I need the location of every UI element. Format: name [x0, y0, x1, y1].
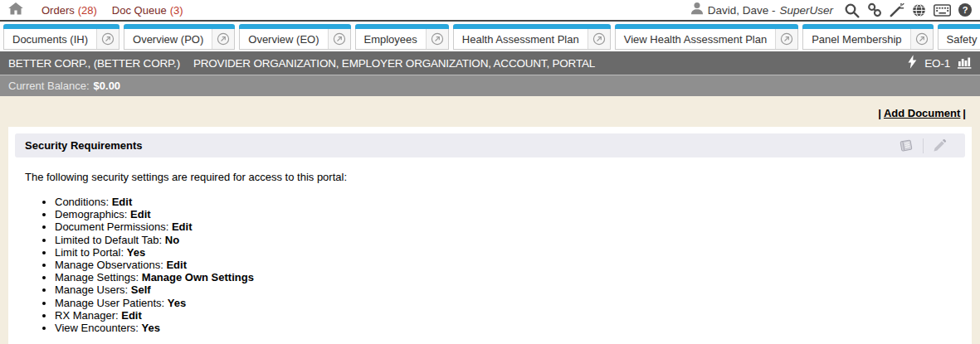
lightning-icon[interactable]	[908, 55, 917, 71]
tab-body[interactable]: Overview (EO)	[239, 29, 350, 50]
tab-body[interactable]: Panel Membership	[802, 29, 933, 50]
setting-label: Limit to Portal:	[55, 246, 124, 259]
top-nav-label: Doc Queue	[112, 4, 167, 17]
top-bar-right: David, Dave - SuperUser ?	[690, 2, 972, 18]
tab[interactable]: Safety Overview	[938, 24, 980, 50]
tab[interactable]: Overview (EO)	[239, 24, 350, 50]
setting-label: Limited to Default Tab:	[55, 234, 162, 246]
top-nav-count: (28)	[78, 4, 97, 17]
popout-arrow-icon[interactable]	[775, 29, 797, 49]
popout-arrow-icon[interactable]	[588, 29, 610, 49]
top-nav-link[interactable]: Doc Queue (3)	[112, 4, 183, 17]
top-nav: Orders (28) Doc Queue (3)	[41, 4, 183, 17]
setting-label: Demographics:	[55, 208, 127, 220]
tab-strip: Documents (IH) Overview (PO) Overview (E…	[0, 22, 980, 51]
security-settings-list: Conditions: Edit Demographics: Edit Docu…	[25, 196, 955, 334]
security-setting-item: Demographics: Edit	[55, 208, 955, 220]
setting-value: Edit	[166, 259, 187, 271]
security-setting-item: Document Permissions: Edit	[55, 220, 955, 233]
bar-chart-icon[interactable]	[958, 56, 972, 71]
home-icon	[8, 2, 23, 18]
tab-label: Health Assessment Plan	[454, 33, 588, 46]
panel-body: The following security settings are requ…	[15, 157, 965, 334]
setting-label: Manage Settings:	[55, 271, 139, 283]
popout-arrow-icon[interactable]	[212, 29, 234, 49]
search-icon[interactable]	[844, 2, 860, 18]
setting-label: Document Permissions:	[55, 220, 168, 233]
setting-value: Self	[131, 283, 151, 296]
setting-label: Manage User Patients:	[55, 297, 164, 309]
setting-value: Edit	[172, 220, 193, 233]
top-bar: Orders (28) Doc Queue (3) David, Dave - …	[0, 0, 980, 22]
tab-label: Documents (IH)	[4, 33, 96, 46]
top-nav-label: Orders	[41, 4, 75, 17]
edit-pencil-icon[interactable]	[923, 138, 955, 153]
org-bar-right: EO-1	[908, 55, 972, 71]
setting-label: Conditions:	[55, 196, 109, 208]
tab-body[interactable]: Employees	[355, 29, 449, 50]
panel-header-icons	[890, 133, 955, 157]
tab-body[interactable]: Health Assessment Plan	[453, 29, 611, 50]
chain-links-icon[interactable]	[867, 2, 882, 17]
panel-title: Security Requirements	[25, 139, 143, 152]
tab[interactable]: Panel Membership	[802, 24, 933, 50]
tab[interactable]: View Health Assessment Plan	[615, 24, 798, 50]
org-name: BETTER CORP., (BETTER CORP.)	[8, 57, 180, 70]
tab[interactable]: Health Assessment Plan	[453, 24, 611, 50]
setting-value: Edit	[130, 208, 151, 220]
tab[interactable]: Documents (IH)	[3, 24, 119, 50]
home-button[interactable]	[8, 2, 23, 18]
tab[interactable]: Overview (PO)	[124, 24, 235, 50]
setting-label: RX Manager:	[55, 309, 119, 322]
tab-label: Panel Membership	[803, 33, 909, 46]
security-setting-item: Manage Observations: Edit	[55, 259, 955, 271]
panel-intro-text: The following security settings are requ…	[25, 171, 955, 183]
security-setting-item: Limit to Portal: Yes	[55, 246, 955, 259]
globe-icon[interactable]	[912, 3, 926, 17]
security-setting-item: View Encounters: Yes	[55, 322, 955, 334]
separator: |	[963, 107, 966, 119]
org-types: PROVIDER ORGANIZATION, EMPLOYER ORGANIZA…	[193, 57, 595, 70]
popout-arrow-icon[interactable]	[426, 29, 448, 49]
popout-arrow-icon[interactable]	[96, 29, 119, 49]
tab-label: Employees	[356, 33, 426, 46]
balance-bar: Current Balance: $0.00	[0, 75, 980, 96]
tab-label: Overview (PO)	[124, 33, 212, 46]
org-context-bar: BETTER CORP., (BETTER CORP.) PROVIDER OR…	[0, 51, 980, 75]
content-area: |Add Document| Security Requirements The…	[0, 96, 980, 344]
book-icon[interactable]	[890, 138, 923, 153]
magic-wand-icon[interactable]	[890, 2, 904, 17]
security-setting-item: Manage User Patients: Yes	[55, 297, 955, 309]
tab-body[interactable]: Safety Overview	[938, 29, 980, 50]
tab-label: Safety Overview	[939, 33, 980, 46]
help-icon[interactable]: ?	[958, 3, 972, 17]
balance-value: $0.00	[94, 80, 121, 92]
security-setting-item: Conditions: Edit	[55, 196, 955, 208]
actions-row: |Add Document|	[0, 96, 980, 127]
org-badge: EO-1	[924, 57, 950, 70]
user-chip[interactable]: David, Dave - SuperUser	[690, 2, 833, 18]
security-setting-item: Manage Settings: Manage Own Settings	[55, 271, 955, 283]
security-setting-item: RX Manager: Edit	[55, 309, 955, 322]
popout-arrow-icon[interactable]	[328, 29, 350, 49]
security-requirements-panel: Security Requirements The following secu…	[8, 127, 972, 344]
tab-body[interactable]: Overview (PO)	[124, 29, 235, 50]
tab-label: Overview (EO)	[240, 33, 327, 46]
tab[interactable]: Employees	[355, 24, 449, 50]
setting-value: Manage Own Settings	[142, 271, 254, 283]
setting-value: Edit	[121, 309, 142, 322]
tab-body[interactable]: Documents (IH)	[3, 29, 119, 50]
popout-arrow-icon[interactable]	[910, 29, 933, 49]
setting-value: Yes	[142, 322, 160, 334]
separator: |	[878, 107, 881, 119]
add-document-link[interactable]: Add Document	[884, 107, 960, 119]
security-setting-item: Manage Users: Self	[55, 283, 955, 296]
setting-value: Yes	[168, 297, 186, 309]
security-setting-item: Limited to Default Tab: No	[55, 234, 955, 246]
top-nav-link[interactable]: Orders (28)	[41, 4, 97, 17]
balance-label: Current Balance:	[8, 80, 90, 92]
user-name: David, Dave -	[708, 4, 776, 17]
keyboard-icon[interactable]	[934, 4, 951, 17]
setting-value: No	[165, 234, 179, 246]
tab-body[interactable]: View Health Assessment Plan	[615, 29, 798, 50]
